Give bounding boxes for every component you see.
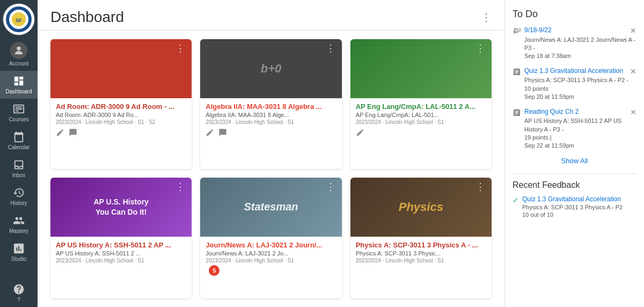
feedback-item-1: ✓ Quiz 1.3 Gravitational Acceleration Ph… (513, 195, 636, 218)
card-menu-ap-us[interactable]: ⋮ (175, 182, 186, 192)
course-grid: ⋮ Ad Room: ADR-3000 9 Ad Room - ... Ad R… (38, 31, 504, 307)
help-icon (13, 283, 25, 295)
calendar-icon (13, 131, 25, 143)
course-card-ad-room[interactable]: ⋮ Ad Room: ADR-3000 9 Ad Room - ... Ad R… (50, 39, 192, 169)
todo-date-3: Sep 22 at 11:59pm (524, 142, 574, 149)
course-card-image-ap-us: AP U.S. HistoryYou Can Do It! ⋮ (50, 178, 192, 237)
course-card-body-ap-eng: AP Eng Lang/CmpA: LAL-5011 2 A... AP Eng… (350, 98, 492, 141)
sidebar-label-account: Account (9, 61, 28, 67)
card-menu-physics[interactable]: ⋮ (475, 182, 486, 192)
algebra-bg: b+0 (200, 39, 341, 98)
feedback-score-1: 10 out of 10 (522, 211, 636, 218)
sidebar-item-dashboard[interactable]: Dashboard (0, 71, 38, 99)
todo-close-2[interactable]: ✕ (630, 67, 636, 76)
course-card-title-journ: Journ/News A: LAJ-3021 2 Journ/... (206, 241, 336, 249)
todo-content-3: Reading Quiz Ch 2 AP US History A: SSH-5… (524, 108, 636, 150)
card-menu-algebra[interactable]: ⋮ (326, 43, 336, 53)
todo-close-3[interactable]: ✕ (630, 108, 636, 116)
course-card-meta-ap-us: 2023/2024 · Lincoln High School · S1 (56, 258, 186, 264)
course-card-image-ap-eng: ⋮ (350, 39, 492, 98)
main-header: Dashboard ⋮ (38, 0, 504, 31)
todo-meta-2: Physics A: SCP-3011 3 Physics A - P2 - 1… (524, 76, 636, 101)
course-card-meta-physics: 2023/2024 · Lincoln High School · S1 (356, 258, 486, 264)
more-options-button[interactable]: ⋮ (481, 11, 492, 24)
sidebar-item-help[interactable]: ? (0, 279, 38, 307)
course-card-title-ad-room: Ad Room: ADR-3000 9 Ad Room - ... (56, 103, 186, 111)
todo-link-1[interactable]: 9/18-9/22 (524, 26, 636, 35)
panel-divider (513, 173, 636, 174)
ap-us-bg: AP U.S. HistoryYou Can Do It! (50, 178, 192, 237)
account-avatar (10, 42, 27, 59)
card-menu-ap-eng[interactable]: ⋮ (475, 43, 486, 53)
course-card-meta-ad-room: 2023/2024 · Lincoln High School · S1 · S… (56, 119, 186, 125)
feedback-content-1: Quiz 1.3 Gravitational Acceleration Phys… (522, 195, 636, 218)
course-card-subtitle-algebra: Algebra IIA: MAA-3031 8 Alge... (206, 112, 336, 118)
course-card-body-algebra: Algebra IIA: MAA-3031 8 Algebra ... Alge… (200, 98, 341, 141)
course-card-physics[interactable]: Physics ⋮ Physics A: SCP-3011 3 Physics … (350, 178, 492, 299)
chat-icon-2 (218, 128, 227, 137)
sidebar-item-mastery[interactable]: Mastery (0, 210, 38, 238)
sidebar-label-history: History (10, 200, 27, 206)
sidebar-label-inbox: Inbox (12, 172, 25, 178)
todo-desc-1: Journ/News A: LAJ-3021 2 Journ/News A - … (524, 36, 635, 51)
todo-date-1: Sep 18 at 7:38am (524, 53, 571, 59)
todo-close-1[interactable]: ✕ (630, 26, 636, 35)
ap-eng-bg (350, 39, 492, 98)
course-card-icons-ad-room (56, 128, 186, 137)
right-panel: To Do 9/18-9/22 Journ/News A: LAJ-3021 2… (504, 0, 644, 307)
show-all-button[interactable]: Show All (513, 157, 636, 165)
inbox-icon (13, 159, 25, 171)
todo-meta-3: AP US History A: SSH-5011 2 AP US Histor… (524, 117, 636, 150)
notification-badge-journ: 5 (209, 265, 219, 276)
todo-item-2: Quiz 1.3 Gravitational Acceleration Phys… (513, 67, 636, 101)
course-card-body-physics: Physics A: SCP-3011 3 Physics A - ... Ph… (350, 237, 492, 271)
course-card-subtitle-journ: Journ/News A: LAJ-3021 2 Jo... (206, 250, 336, 257)
card-menu-ad-room[interactable]: ⋮ (175, 43, 186, 53)
course-card-ap-eng[interactable]: ⋮ AP Eng Lang/CmpA: LAL-5011 2 A... AP E… (350, 39, 492, 169)
course-card-algebra[interactable]: b+0 ⋮ Algebra IIA: MAA-3031 8 Algebra ..… (200, 39, 341, 169)
todo-item-1: 9/18-9/22 Journ/News A: LAJ-3021 2 Journ… (513, 26, 636, 61)
course-card-subtitle-physics: Physics A: SCP-3011 3 Physic... (356, 250, 486, 257)
todo-date-2: Sep 20 at 11:59pm (524, 93, 574, 100)
sidebar: SF Account Dashboard Courses Calendar In… (0, 0, 38, 307)
course-card-title-physics: Physics A: SCP-3011 3 Physics A - ... (356, 241, 486, 249)
sidebar-item-account[interactable]: Account (0, 38, 38, 71)
announcement-icon (513, 27, 521, 37)
course-card-title-algebra: Algebra IIA: MAA-3031 8 Algebra ... (206, 103, 336, 111)
course-card-subtitle-ap-eng: AP Eng Lang/CmpA: LAL-501... (356, 112, 486, 118)
history-icon (13, 187, 25, 199)
feedback-title: Recent Feedback (513, 180, 636, 190)
sidebar-label-help: ? (17, 297, 20, 303)
sidebar-label-studio: Studio (11, 256, 26, 262)
sidebar-label-mastery: Mastery (9, 228, 28, 234)
assignment-icon-1 (513, 68, 521, 78)
math-text: b+0 (261, 62, 282, 76)
course-card-icons-ap-eng (356, 128, 486, 137)
course-card-body-ad-room: Ad Room: ADR-3000 9 Ad Room - ... Ad Roo… (50, 98, 192, 141)
svg-point-5 (17, 47, 20, 50)
todo-points-2: 10 points (524, 85, 548, 92)
course-card-journ[interactable]: Statesman ⋮ Journ/News A: LAJ-3021 2 Jou… (200, 178, 341, 299)
course-card-image-algebra: b+0 ⋮ (200, 39, 341, 98)
sidebar-item-calendar[interactable]: Calendar (0, 127, 38, 155)
mastery-icon (13, 215, 25, 226)
sidebar-label-dashboard: Dashboard (6, 89, 32, 94)
card-menu-journ[interactable]: ⋮ (326, 182, 336, 192)
todo-content-1: 9/18-9/22 Journ/News A: LAJ-3021 2 Journ… (524, 26, 636, 61)
sidebar-item-courses[interactable]: Courses (0, 99, 38, 127)
feedback-link-1[interactable]: Quiz 1.3 Gravitational Acceleration (522, 195, 621, 203)
todo-link-3[interactable]: Reading Quiz Ch 2 (524, 108, 636, 116)
sidebar-item-studio[interactable]: Studio (0, 238, 38, 266)
chat-icon (69, 128, 77, 137)
todo-points-3: 19 points | (524, 134, 552, 141)
todo-link-2[interactable]: Quiz 1.3 Gravitational Acceleration (524, 67, 636, 76)
course-card-ap-us[interactable]: AP U.S. HistoryYou Can Do It! ⋮ AP US Hi… (50, 178, 192, 299)
course-card-title-ap-us: AP US History A: SSH-5011 2 AP ... (56, 241, 186, 249)
course-card-meta-algebra: 2023/2024 · Lincoln High School · S1 (206, 119, 336, 125)
page-title: Dashboard (50, 9, 124, 26)
sidebar-item-history[interactable]: History (0, 182, 38, 210)
sidebar-label-calendar: Calendar (8, 144, 30, 150)
sidebar-label-courses: Courses (9, 116, 28, 122)
course-card-icons-algebra (206, 128, 336, 137)
sidebar-item-inbox[interactable]: Inbox (0, 155, 38, 182)
